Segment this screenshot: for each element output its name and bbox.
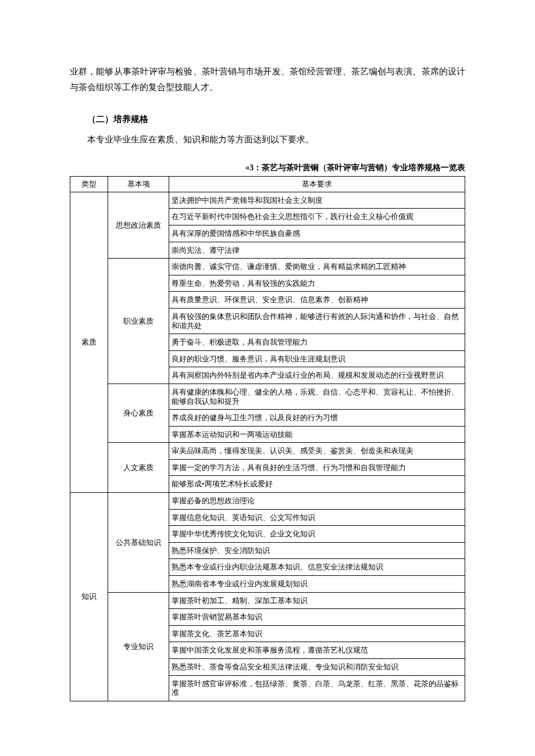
table-body: 素质思想政治素质坚决拥护中国共产党领导和我国社会主义制度在习近平新时代中国特色社… (70, 192, 465, 701)
requirement-cell: 审美品味高尚，懂得发现美、认识美、感受美、鉴赏美、创造美和表现美 (169, 443, 465, 460)
table-caption: «3：茶艺与茶叶营铜（茶叶评审与营销）专业培养规格一览表 (70, 160, 465, 175)
requirement-cell: 具有健康的体魄和心理、健全的人格，乐观、自信、心态平和、宽容礼让、不怕挫折、能够… (169, 384, 465, 409)
item-cell: 人文素质 (108, 443, 169, 493)
requirement-cell: 掌握茶叶初加工、精制、深加工基本知识 (169, 592, 465, 609)
requirement-cell: 熟悉环境保护、安全消防知识 (169, 542, 465, 559)
table-header-row: 类型 基本项 基本要求 (70, 177, 465, 192)
requirement-cell: 掌握中华优秀传统文化知识、企业文化知识 (169, 526, 465, 543)
table-row: 知识公共基础知识掌握必备的思想政治理论 (70, 493, 465, 510)
requirement-cell: 掌握茶叶营销贸易基本知识 (169, 609, 465, 626)
item-cell: 身心素质 (108, 384, 169, 442)
training-spec-table: 类型 基本项 基本要求 素质思想政治素质坚决拥护中国共产党领导和我国社会主义制度… (70, 176, 465, 701)
lead-sentence: 本专业毕业生应在素质、知识和能力等方面达到以下要求。 (70, 132, 465, 148)
header-item: 基本项 (108, 177, 169, 192)
table-row: 专业知识掌握茶叶初加工、精制、深加工基本知识 (70, 592, 465, 609)
item-cell: 思想政治素质 (108, 192, 169, 258)
requirement-cell: 具有质量意识、环保意识、安全意识、信息素养、创新精神 (169, 292, 465, 309)
requirement-cell: 掌握茶文化、茶艺基本知识 (169, 625, 465, 642)
requirement-cell: 在习近平新时代中国特色社会主义思想指引下，践行社会主义核心价值观 (169, 209, 465, 225)
item-cell: 公共基础知识 (108, 493, 169, 593)
header-req: 基本要求 (169, 177, 465, 192)
requirement-cell: 勇于奋斗、积极进取，具有自我管理能力 (169, 334, 465, 351)
table-row: 身心素质具有健康的体魄和心理、健全的人格，乐观、自信、心态平和、宽容礼让、不怕挫… (70, 384, 465, 409)
intro-paragraph: 业群，能够从事茶叶评审与检验、茶叶营销与市场开发、茶馆经营管理、茶艺编创与表演、… (70, 64, 465, 95)
requirement-cell: 尊重生命、热爱劳动，具有较强的实践能力 (169, 275, 465, 292)
table-row: 素质思想政治素质坚决拥护中国共产党领导和我国社会主义制度 (70, 192, 465, 209)
requirement-cell: 掌握信息化知识、英语知识、公文写作知识 (169, 509, 465, 526)
requirement-cell: 熟悉茶叶、茶食等食品安全相关法律法规、专业知识和消防安全知识 (169, 659, 465, 676)
requirement-cell: 能够形成•两项艺术特长或爱好 (169, 476, 465, 493)
type-cell: 知识 (70, 493, 108, 701)
requirement-cell: 崇尚宪法、遵守法律 (169, 242, 465, 259)
requirement-cell: 具有洞察国内外特别是省内本产业或行业的布局、规模和发展动态的行业视野意识 (169, 367, 465, 384)
table-row: 职业素质崇德向善、诚实守信、谦虚谨慎、爱岗敬业，具有精益求精的工匠精神 (70, 259, 465, 275)
item-cell: 职业素质 (108, 259, 169, 384)
requirement-cell: 养成良好的健身与卫生习惯，以及良好的行为习惯 (169, 410, 465, 427)
header-type: 类型 (70, 177, 108, 192)
requirement-cell: 坚决拥护中国共产党领导和我国社会主义制度 (169, 192, 465, 209)
table-row: 人文素质审美品味高尚，懂得发现美、认识美、感受美、鉴赏美、创造美和表现美 (70, 443, 465, 460)
item-cell: 专业知识 (108, 592, 169, 701)
requirement-cell: 掌握基本运动知识和一两项运动技能 (169, 426, 465, 443)
type-cell: 素质 (70, 192, 108, 492)
requirement-cell: 具有深厚的爱国情感和中华民族自豪感 (169, 225, 465, 242)
requirement-cell: 掌握中国茶文化发展史和茶事服务流程，遵循茶艺礼仪规范 (169, 642, 465, 659)
requirement-cell: 熟悉湖南省本专业或行业内发展规划知识 (169, 576, 465, 593)
requirement-cell: 良好的职业习惯、服务意识，具有职业生涯规划意识 (169, 350, 465, 367)
section-heading: （二）培养规格 (70, 112, 465, 127)
requirement-cell: 熟悉本专业或行业内职业法规基本知识、信息安全法律法规知识 (169, 559, 465, 576)
requirement-cell: 掌握一定的学习方法，具有良好的生活习惯、行为习惯和自我管理能力 (169, 459, 465, 476)
intro-paragraph-block: 业群，能够从事茶叶评审与检验、茶叶营销与市场开发、茶馆经营管理、茶艺编创与表演、… (70, 64, 465, 95)
requirement-cell: 崇德向善、诚实守信、谦虚谨慎、爱岗敬业，具有精益求精的工匠精神 (169, 259, 465, 275)
requirement-cell: 具有较强的集体意识和团队合作精神，能够进行有效的人际沟通和协作，与社会、自然和谐… (169, 308, 465, 334)
requirement-cell: 掌握必备的思想政治理论 (169, 493, 465, 510)
requirement-cell: 掌握茶叶感官审评标准，包括绿茶、黄茶、白茶、乌龙茶、红茶、黑茶、花茶的品鉴标准 (169, 675, 465, 701)
document-page: 业群，能够从事茶叶评审与检验、茶叶营销与市场开发、茶馆经营管理、茶艺编创与表演、… (0, 0, 535, 756)
